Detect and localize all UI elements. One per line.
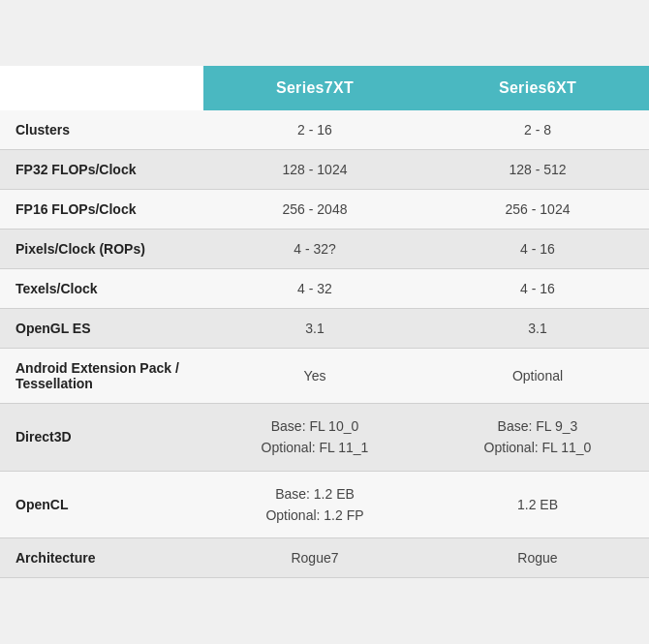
row-s6xt-value: 3.1 bbox=[426, 308, 649, 348]
row-s7xt-value: Yes bbox=[203, 348, 426, 403]
header-series7xt: Series7XT bbox=[203, 66, 426, 110]
table-row: ArchitectureRogue7Rogue bbox=[0, 538, 649, 578]
comparison-table-container: Series7XT Series6XT Clusters2 - 162 - 8F… bbox=[0, 66, 649, 579]
row-s6xt-value: Rogue bbox=[426, 538, 649, 578]
row-label: FP32 FLOPs/Clock bbox=[0, 149, 203, 189]
header-empty bbox=[0, 66, 203, 110]
row-label: Clusters bbox=[0, 110, 203, 150]
row-s6xt-value: 2 - 8 bbox=[426, 110, 649, 150]
row-s6xt-value: Optional bbox=[426, 348, 649, 403]
table-row: Android Extension Pack / TessellationYes… bbox=[0, 348, 649, 403]
table-row: Direct3DBase: FL 10_0Optional: FL 11_1Ba… bbox=[0, 403, 649, 471]
row-s7xt-value: 256 - 2048 bbox=[203, 189, 426, 229]
row-s7xt-value: 4 - 32 bbox=[203, 268, 426, 308]
table-row: OpenGL ES3.13.1 bbox=[0, 308, 649, 348]
row-s6xt-value: 128 - 512 bbox=[426, 149, 649, 189]
row-s6xt-value: 256 - 1024 bbox=[426, 189, 649, 229]
row-label: Android Extension Pack / Tessellation bbox=[0, 348, 203, 403]
row-s6xt-value: 4 - 16 bbox=[426, 229, 649, 268]
table-row: Pixels/Clock (ROPs)4 - 32?4 - 16 bbox=[0, 229, 649, 268]
row-s7xt-value: 4 - 32? bbox=[203, 229, 426, 268]
row-s7xt-value: Rogue7 bbox=[203, 538, 426, 578]
table-row: Clusters2 - 162 - 8 bbox=[0, 110, 649, 150]
row-s6xt-value: Base: FL 9_3Optional: FL 11_0 bbox=[426, 403, 649, 471]
row-s7xt-value: 3.1 bbox=[203, 308, 426, 348]
table-row: Texels/Clock4 - 324 - 16 bbox=[0, 268, 649, 308]
row-label: Pixels/Clock (ROPs) bbox=[0, 229, 203, 268]
comparison-table: Series7XT Series6XT Clusters2 - 162 - 8F… bbox=[0, 66, 649, 579]
row-s7xt-value: Base: FL 10_0Optional: FL 11_1 bbox=[203, 403, 426, 471]
row-s6xt-value: 4 - 16 bbox=[426, 268, 649, 308]
row-label: Architecture bbox=[0, 538, 203, 578]
row-s7xt-value: 128 - 1024 bbox=[203, 149, 426, 189]
header-series6xt: Series6XT bbox=[426, 66, 649, 110]
row-label: OpenCL bbox=[0, 471, 203, 538]
row-s7xt-value: Base: 1.2 EBOptional: 1.2 FP bbox=[203, 471, 426, 538]
row-label: Direct3D bbox=[0, 403, 203, 471]
table-row: FP32 FLOPs/Clock128 - 1024128 - 512 bbox=[0, 149, 649, 189]
row-s6xt-value: 1.2 EB bbox=[426, 471, 649, 538]
table-row: OpenCLBase: 1.2 EBOptional: 1.2 FP1.2 EB bbox=[0, 471, 649, 538]
table-row: FP16 FLOPs/Clock256 - 2048256 - 1024 bbox=[0, 189, 649, 229]
row-label: OpenGL ES bbox=[0, 308, 203, 348]
header-row: Series7XT Series6XT bbox=[0, 66, 649, 110]
row-label: FP16 FLOPs/Clock bbox=[0, 189, 203, 229]
row-label: Texels/Clock bbox=[0, 268, 203, 308]
row-s7xt-value: 2 - 16 bbox=[203, 110, 426, 150]
